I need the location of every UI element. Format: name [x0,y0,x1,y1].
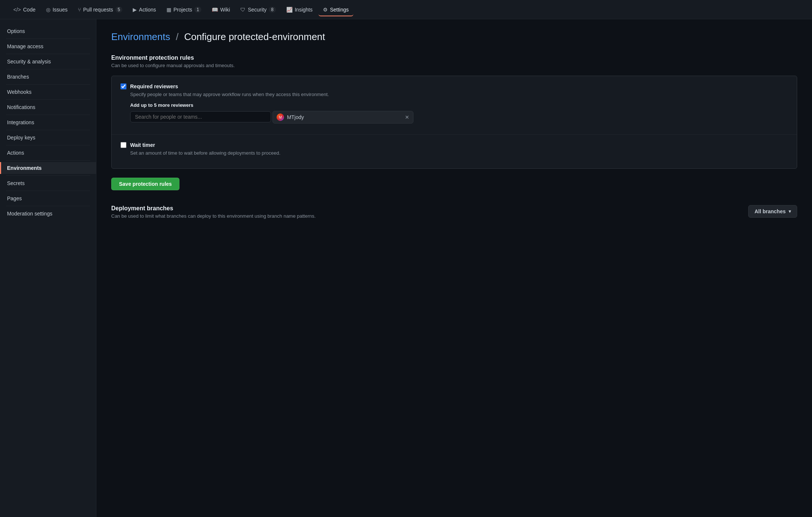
sidebar-divider-10 [6,175,90,176]
settings-icon: ⚙ [323,7,328,13]
required-reviewers-checkbox[interactable] [121,83,126,89]
projects-icon: ▦ [166,7,171,13]
breadcrumb-environments-link[interactable]: Environments [111,31,170,42]
wait-timer-header: Wait timer [121,142,788,148]
reviewer-search-input[interactable] [130,111,271,122]
sidebar-divider-11 [6,191,90,191]
nav-pull-requests[interactable]: ⑂ Pull requests 5 [73,4,127,16]
nav-wiki[interactable]: 📖 Wiki [207,4,234,16]
sidebar-divider-8 [6,145,90,145]
sidebar-item-branches[interactable]: Branches [0,71,96,83]
sidebar-item-options[interactable]: Options [0,25,96,37]
breadcrumb-current: Configure protected-environment [184,31,325,42]
page-breadcrumb: Environments / Configure protected-envir… [111,31,797,43]
wait-timer-row: Wait timer Set an amount of time to wait… [112,135,797,168]
wait-timer-checkbox[interactable] [121,142,126,148]
sidebar-item-notifications[interactable]: Notifications [0,101,96,113]
sidebar-divider-4 [6,84,90,85]
sidebar-item-webhooks[interactable]: Webhooks [0,86,96,98]
required-reviewers-label: Required reviewers [130,83,178,89]
reviewer-tag: M MTjody ✕ [273,111,413,124]
all-branches-label: All branches [755,208,786,214]
nav-settings[interactable]: ⚙ Settings [318,4,353,16]
wiki-icon: 📖 [212,7,218,13]
reviewer-avatar: M [277,113,284,121]
nav-projects[interactable]: ▦ Projects 1 [162,4,206,16]
reviewer-remove-button[interactable]: ✕ [405,115,409,120]
sidebar-item-security-analysis[interactable]: Security & analysis [0,56,96,67]
wait-timer-label: Wait timer [130,142,155,148]
actions-icon: ▶ [133,7,137,13]
pull-request-icon: ⑂ [78,7,81,13]
protection-rules-description: Can be used to configure manual approval… [111,63,797,68]
reviewer-section: Add up to 5 more reviewers M MTjody ✕ [130,102,788,127]
insights-icon: 📈 [286,7,293,13]
sidebar-divider-12 [6,206,90,206]
code-icon: </> [13,7,21,13]
security-badge: 8 [269,7,276,13]
projects-badge: 1 [194,7,201,13]
protection-rules-section: Environment protection rules Can be used… [111,55,797,169]
nav-actions[interactable]: ▶ Actions [128,4,161,16]
sidebar-item-integrations[interactable]: Integrations [0,116,96,128]
pull-requests-badge: 5 [115,7,122,13]
save-protection-rules-button[interactable]: Save protection rules [111,178,179,190]
sidebar-divider-3 [6,69,90,69]
breadcrumb-separator: / [176,31,178,42]
required-reviewers-header: Required reviewers [121,83,788,89]
sidebar-item-pages[interactable]: Pages [0,192,96,204]
main-content: Environments / Configure protected-envir… [96,19,812,517]
deployment-branches-description: Can be used to limit what branches can d… [111,213,316,219]
sidebar: Options Manage access Security & analysi… [0,19,96,517]
sidebar-item-secrets[interactable]: Secrets [0,177,96,189]
sidebar-divider-9 [6,160,90,161]
all-branches-button[interactable]: All branches ▾ [748,205,797,218]
issues-icon: ◎ [46,7,50,13]
sidebar-item-moderation-settings[interactable]: Moderation settings [0,208,96,220]
top-navigation: </> Code ◎ Issues ⑂ Pull requests 5 ▶ Ac… [0,0,812,19]
rules-card: Required reviewers Specify people or tea… [111,76,797,169]
reviewer-name: MTjody [287,114,402,120]
deployment-branches-title: Deployment branches [111,205,316,212]
nav-code[interactable]: </> Code [9,4,40,16]
sidebar-item-manage-access[interactable]: Manage access [0,40,96,52]
sidebar-divider-1 [6,39,90,39]
reviewer-count-label: Add up to 5 more reviewers [130,102,788,108]
sidebar-divider-7 [6,130,90,130]
sidebar-divider-6 [6,115,90,115]
page-layout: Options Manage access Security & analysi… [0,19,812,517]
nav-issues[interactable]: ◎ Issues [42,4,72,16]
nav-security[interactable]: 🛡 Security 8 [236,4,280,16]
sidebar-item-actions[interactable]: Actions [0,147,96,159]
sidebar-divider-2 [6,54,90,54]
nav-insights[interactable]: 📈 Insights [282,4,317,16]
required-reviewers-row: Required reviewers Specify people or tea… [112,76,797,135]
security-icon: 🛡 [240,7,245,13]
wait-timer-description: Set an amount of time to wait before all… [130,150,788,156]
protection-rules-title: Environment protection rules [111,55,797,61]
chevron-down-icon: ▾ [789,209,791,214]
required-reviewers-description: Specify people or teams that may approve… [130,92,788,97]
sidebar-item-deploy-keys[interactable]: Deploy keys [0,132,96,144]
deployment-branches-text: Deployment branches Can be used to limit… [111,205,316,226]
sidebar-divider-5 [6,99,90,100]
deployment-branches-section: Deployment branches Can be used to limit… [111,205,797,226]
sidebar-item-environments[interactable]: Environments [0,162,96,174]
